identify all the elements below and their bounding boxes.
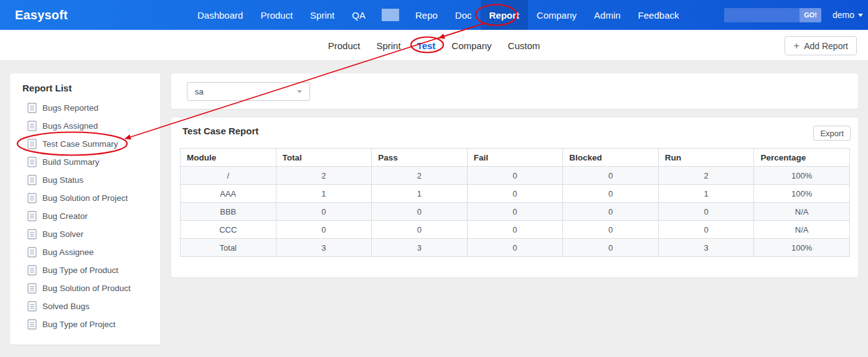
- search-input[interactable]: [724, 8, 800, 22]
- nav-item-repo[interactable]: Repo: [407, 0, 446, 30]
- col-blocked: Blocked: [563, 149, 659, 167]
- subnav-item-company[interactable]: Company: [443, 40, 499, 51]
- subnav-item-sprint[interactable]: Sprint: [368, 40, 408, 51]
- sidebar-item-test-case-summary[interactable]: Test Case Summary: [10, 135, 160, 153]
- navbar-right: GO! demo: [724, 0, 863, 30]
- document-icon: [27, 157, 37, 167]
- table-row: CCC00000N/A: [181, 221, 850, 239]
- nav-item-doc[interactable]: Doc: [446, 0, 481, 30]
- sidebar-item-bug-solution-of-project[interactable]: Bug Solution of Project: [10, 189, 160, 207]
- select-value: sa: [195, 87, 204, 96]
- document-icon: [27, 319, 37, 330]
- col-module: Module: [181, 149, 276, 167]
- filter-panel: sa: [171, 73, 858, 109]
- document-icon: [27, 247, 37, 257]
- document-icon: [27, 121, 37, 131]
- table-row: BBB00000N/A: [181, 203, 850, 221]
- nav-item-dashboard[interactable]: Dashboard: [189, 0, 252, 30]
- nav-item-sprint[interactable]: Sprint: [301, 0, 343, 30]
- report-subnav: Product Sprint Test Company Custom + Add…: [0, 30, 868, 61]
- table-header-row: Module Total Pass Fail Blocked Run Perce…: [181, 149, 850, 167]
- sidebar-item-bug-assignee[interactable]: Bug Assignee: [10, 243, 160, 261]
- document-icon: [27, 175, 37, 185]
- panel-title: Test Case Report: [182, 126, 258, 136]
- sidebar-item-bug-solver[interactable]: Bug Solver: [10, 225, 160, 243]
- chevron-down-icon: [858, 14, 863, 17]
- document-icon: [27, 301, 37, 312]
- nav-item-admin[interactable]: Admin: [585, 0, 630, 30]
- report-user-select[interactable]: sa: [187, 82, 310, 101]
- document-icon: [27, 103, 37, 113]
- sidebar-item-solved-bugs[interactable]: Solved Bugs: [10, 297, 160, 315]
- nav-item-report[interactable]: Report: [481, 0, 528, 30]
- document-icon: [27, 283, 37, 294]
- col-fail: Fail: [467, 149, 563, 167]
- subnav-item-product[interactable]: Product: [320, 40, 369, 51]
- document-icon: [27, 229, 37, 239]
- brand-logo[interactable]: Easysoft: [15, 0, 68, 30]
- main-nav: Dashboard Product Sprint QA Repo Doc Rep…: [189, 0, 687, 30]
- add-report-button[interactable]: + Add Report: [785, 36, 857, 55]
- nav-item-product[interactable]: Product: [252, 0, 301, 30]
- searchbox: GO!: [724, 8, 821, 22]
- report-list: Bugs Reported Bugs Assigned Test Case Su…: [10, 99, 160, 333]
- subnav-menu: Product Sprint Test Company Custom: [0, 30, 868, 61]
- export-button[interactable]: Export: [813, 126, 851, 141]
- nav-item-company[interactable]: Company: [528, 0, 585, 30]
- col-run: Run: [658, 149, 754, 167]
- page: Easysoft Dashboard Product Sprint QA Rep…: [0, 0, 868, 357]
- document-icon: [27, 265, 37, 276]
- nav-item-feedback[interactable]: Feedback: [630, 0, 688, 30]
- sidebar-item-bug-creator[interactable]: Bug Creator: [10, 207, 160, 225]
- plus-icon: +: [793, 40, 800, 51]
- sidebar-item-bugs-reported[interactable]: Bugs Reported: [10, 99, 160, 117]
- report-list-sidebar: Report List Bugs Reported Bugs Assigned …: [10, 73, 160, 345]
- top-navbar: Easysoft Dashboard Product Sprint QA Rep…: [0, 0, 868, 30]
- add-report-label: Add Report: [804, 41, 848, 51]
- document-icon: [27, 211, 37, 221]
- test-case-report-panel: Test Case Report Export Module Total Pas…: [171, 118, 858, 277]
- user-menu[interactable]: demo: [833, 10, 863, 20]
- subnav-item-test[interactable]: Test: [409, 40, 444, 51]
- sidebar-item-bugs-assigned[interactable]: Bugs Assigned: [10, 117, 160, 135]
- sidebar-item-bug-status[interactable]: Bug Status: [10, 171, 160, 189]
- document-icon: [27, 193, 37, 203]
- test-case-table: Module Total Pass Fail Blocked Run Perce…: [180, 148, 850, 257]
- col-percentage: Percentage: [754, 149, 850, 167]
- sidebar-item-bug-solution-of-product[interactable]: Bug Solution of Product: [10, 279, 160, 297]
- sidebar-item-bug-type-of-project[interactable]: Bug Type of Project: [10, 315, 160, 333]
- nav-divider: [382, 9, 399, 21]
- col-pass: Pass: [372, 149, 468, 167]
- subnav-item-custom[interactable]: Custom: [500, 40, 549, 51]
- nav-item-qa[interactable]: QA: [343, 0, 374, 30]
- username: demo: [833, 10, 854, 20]
- table-total-row: Total33003100%: [181, 239, 850, 257]
- sidebar-item-bug-type-of-product[interactable]: Bug Type of Product: [10, 261, 160, 279]
- chevron-down-icon: [297, 90, 302, 93]
- table-row: /22002100%: [181, 167, 850, 185]
- table-row: AAA11001100%: [181, 185, 850, 203]
- search-go-button[interactable]: GO!: [800, 8, 821, 22]
- sidebar-item-build-summary[interactable]: Build Summary: [10, 153, 160, 171]
- col-total: Total: [276, 149, 372, 167]
- document-icon: [27, 139, 37, 149]
- sidebar-title: Report List: [22, 83, 160, 93]
